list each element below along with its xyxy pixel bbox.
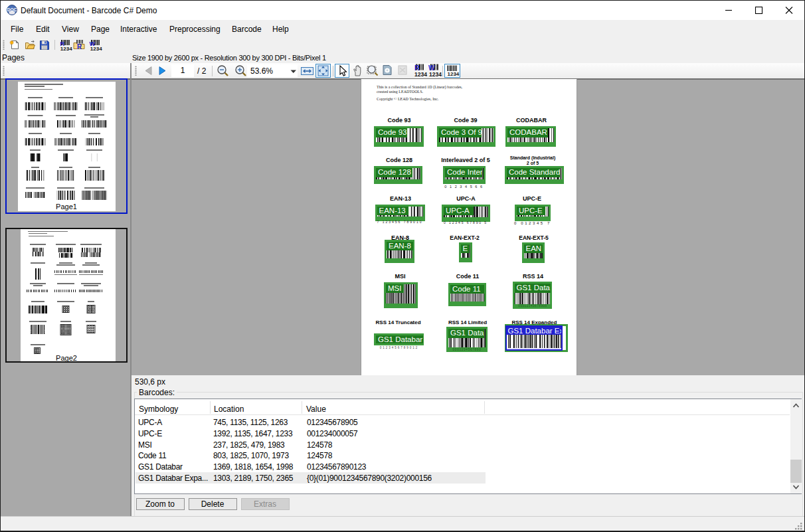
svg-text:1234: 1234 (429, 71, 442, 78)
svg-text:1234: 1234 (414, 71, 427, 78)
svg-text:R: R (77, 43, 82, 50)
svg-text:1234: 1234 (90, 46, 102, 51)
svg-text:1234: 1234 (448, 71, 460, 76)
svg-text:1234: 1234 (60, 46, 72, 51)
svg-text:DOC: DOC (7, 7, 17, 12)
